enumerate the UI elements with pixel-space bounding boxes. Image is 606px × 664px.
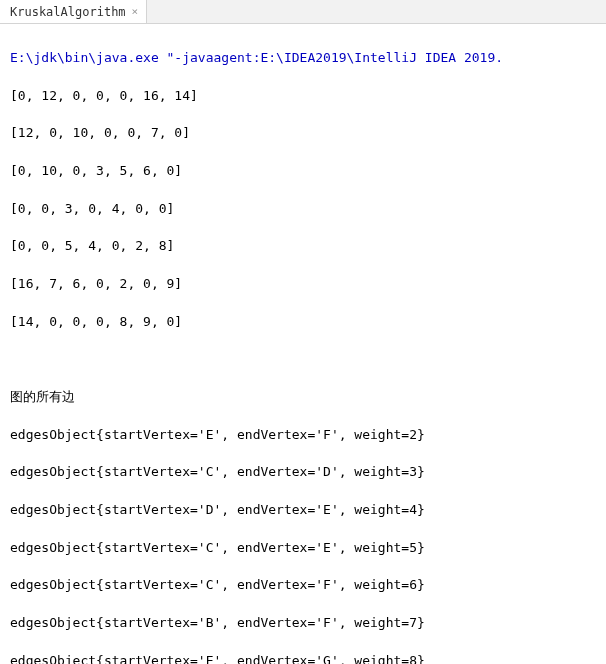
matrix-row: [0, 10, 0, 3, 5, 6, 0] [10,162,596,181]
edge-row: edgesObject{startVertex='E', endVertex='… [10,652,596,664]
tab-label: KruskalAlgorithm [10,5,126,19]
blank-line [10,350,596,369]
matrix-row: [12, 0, 10, 0, 0, 7, 0] [10,124,596,143]
matrix-row: [16, 7, 6, 0, 2, 0, 9] [10,275,596,294]
tab-bar: KruskalAlgorithm × [0,0,606,24]
edge-row: edgesObject{startVertex='C', endVertex='… [10,539,596,558]
edge-row: edgesObject{startVertex='D', endVertex='… [10,501,596,520]
close-icon[interactable]: × [132,6,139,17]
console-output: E:\jdk\bin\java.exe "-javaagent:E:\IDEA2… [0,24,606,664]
matrix-row: [0, 0, 3, 0, 4, 0, 0] [10,200,596,219]
matrix-row: [14, 0, 0, 0, 8, 9, 0] [10,313,596,332]
edge-row: edgesObject{startVertex='C', endVertex='… [10,576,596,595]
all-edges-header: 图的所有边 [10,388,596,407]
edge-row: edgesObject{startVertex='B', endVertex='… [10,614,596,633]
matrix-row: [0, 0, 5, 4, 0, 2, 8] [10,237,596,256]
command-line: E:\jdk\bin\java.exe "-javaagent:E:\IDEA2… [10,49,596,68]
edge-row: edgesObject{startVertex='E', endVertex='… [10,426,596,445]
tab-kruskal[interactable]: KruskalAlgorithm × [0,0,147,23]
matrix-row: [0, 12, 0, 0, 0, 16, 14] [10,87,596,106]
edge-row: edgesObject{startVertex='C', endVertex='… [10,463,596,482]
